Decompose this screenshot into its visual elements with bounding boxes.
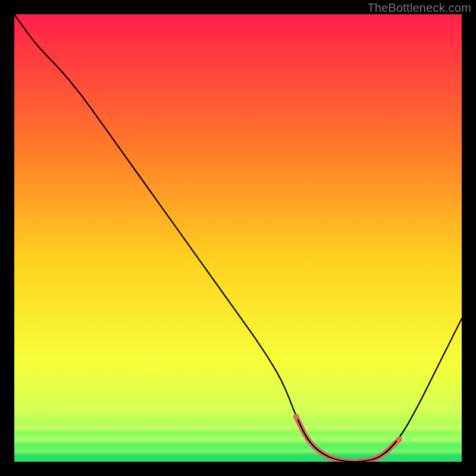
stripe-band [14,426,462,430]
stripe-band [14,431,462,436]
bottleneck-chart [14,14,462,462]
stripe-band [14,449,462,453]
highlight-endpoint-left [293,414,299,420]
highlight-endpoint-right [396,436,402,442]
stripe-band [14,419,462,424]
attribution-text: TheBottleneck.com [367,1,471,15]
chart-frame [14,14,462,462]
gradient-background [14,14,462,462]
stripe-band [14,455,462,460]
